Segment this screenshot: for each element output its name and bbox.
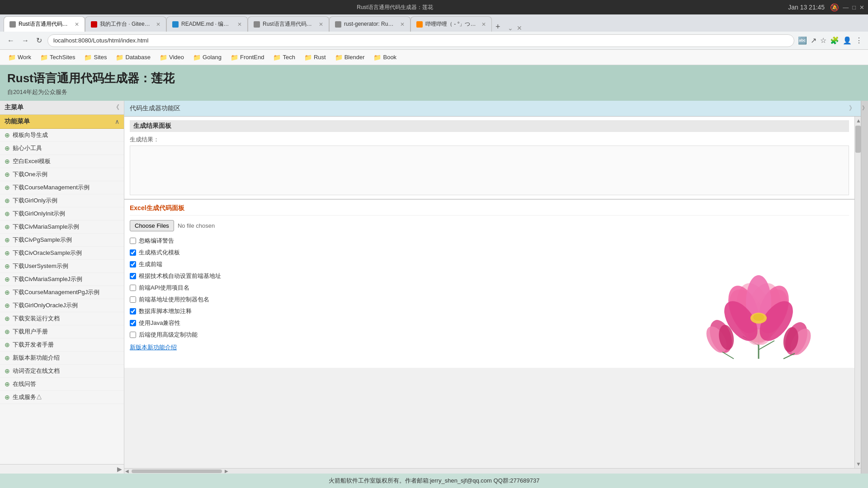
tab-close-4[interactable]: ✕ [319,21,323,28]
url-bar[interactable] [47,34,794,47]
notification-icon[interactable]: 🔕 [830,3,839,12]
function-menu-collapse-btn[interactable]: ∧ [115,118,119,125]
plus-icon-8: ⊕ [5,223,10,230]
bookmark-database[interactable]: 📁 Database [112,52,154,63]
minimize-btn[interactable]: — [843,4,849,11]
sidebar-item-user-manual[interactable]: ⊕ 下载用户手册 [0,325,124,338]
content-collapse-btn[interactable]: 》 [849,104,855,113]
scroll-right-btn[interactable]: ▶ [224,469,229,474]
checkbox-ignore-warn[interactable] [130,238,136,244]
tab-rust-gen[interactable]: rust-generator: Rust语... ✕ [329,16,410,32]
scroll-down-btn[interactable]: ▼ [855,460,861,468]
sidebar-item-civ-maria-j[interactable]: ⊕ 下载CivMariaSampleJ示例 [0,273,124,286]
sidebar-collapse-btn[interactable]: 《 [113,103,119,112]
share-icon[interactable]: ↗ [811,36,816,45]
bookmark-golang[interactable]: 📁 Golang [189,52,225,63]
tab-readme[interactable]: README.md · 编辑文件 ✕ [166,16,248,32]
tab-bilibili[interactable]: 哔哩哔哩（ - °」つ口 -... ✕ [410,16,492,32]
sidebar-item-girl-only-init[interactable]: ⊕ 下载GirlOnlyInit示例 [0,207,124,221]
tab-bar: Rust语言通用代码生成器：莲花 ✕ 我的工作台 · Gitee.com ✕ R… [0,14,868,32]
sidebar-item-girl-oracle-j[interactable]: ⊕ 下载GirlOnlyOracleJ示例 [0,299,124,312]
maximize-btn[interactable]: □ [852,4,856,11]
forward-btn[interactable]: → [20,36,31,46]
bookmark-star-icon[interactable]: ☆ [820,36,826,45]
close-window-btn[interactable]: ✕ [517,24,522,32]
close-btn[interactable]: ✕ [859,4,864,11]
sidebar-item-one[interactable]: ⊕ 下载One示例 [0,168,124,181]
translate-icon[interactable]: 🔤 [798,36,807,45]
sidebar-item-course-pg-j[interactable]: ⊕ 下载CourseManagementPgJ示例 [0,286,124,299]
sidebar-item-template-wizard[interactable]: ⊕ 模板向导生成 [0,129,124,142]
bookmark-frontend[interactable]: 📁 FrontEnd [227,52,268,63]
checkbox-java-compat[interactable] [130,320,136,326]
sidebar-item-dev-manual[interactable]: ⊕ 下载开发者手册 [0,338,124,352]
tab-close-6[interactable]: ✕ [481,21,486,28]
sidebar-item-tool[interactable]: ⊕ 贴心小工具 [0,142,124,155]
plus-icon-10: ⊕ [5,249,10,257]
checkbox-advanced-custom[interactable] [130,332,136,338]
new-tab-btn[interactable]: + [492,22,504,32]
back-btn[interactable]: ← [5,36,16,46]
sidebar-item-civ-pg[interactable]: ⊕ 下载CivPgSample示例 [0,234,124,247]
horizontal-scrollbar[interactable]: ◀ ▶ [124,468,861,474]
tab-favicon-5 [335,21,341,28]
h-scroll-thumb[interactable] [132,469,222,473]
tab-close-2[interactable]: ✕ [156,21,160,28]
sidebar-item-course-mgmt[interactable]: ⊕ 下载CourseManagement示例 [0,181,124,194]
bookmark-video[interactable]: 📁 Video [156,52,188,63]
sidebar-item-girl-only[interactable]: ⊕ 下载GirlOnly示例 [0,194,124,207]
sidebar-item-label-9: 下载CivPgSample示例 [13,236,72,244]
sidebar-item-install-doc[interactable]: ⊕ 下载安装运行文档 [0,312,124,325]
sidebar-item-label-12: 下载CivMariaSampleJ示例 [13,275,82,283]
sidebar-item-gen-service[interactable]: ⊕ 生成服务△ [0,391,124,404]
profile-icon[interactable]: 👤 [843,36,852,45]
reload-btn[interactable]: ↻ [34,35,44,46]
checkbox-gen-frontend[interactable] [130,261,136,267]
folder-icon: 📁 [335,54,343,61]
tab-rust2[interactable]: Rust语言通用代码生成器：莲花... ✕ [248,16,329,32]
checkbox-auto-base-url[interactable] [130,273,136,279]
sidebar-item-civ-oracle[interactable]: ⊕ 下载CivOracleSample示例 [0,247,124,260]
scroll-up-btn[interactable]: ▲ [855,117,861,125]
extension-icon[interactable]: 🧩 [830,36,839,45]
scroll-left-btn[interactable]: ◀ [124,469,130,474]
choose-files-button[interactable]: Choose Files [130,220,174,231]
tab-close-3[interactable]: ✕ [237,21,242,28]
result-content-area [130,145,849,195]
bookmark-label-video: Video [169,54,184,61]
footer-text: 火箭船软件工作室版权所有。作者邮箱:jerry_shen_sjf@qq.com … [329,477,540,485]
tab-gitee[interactable]: 我的工作台 · Gitee.com ✕ [85,16,166,32]
sidebar-scroll-right-btn[interactable]: ▶ [117,465,122,473]
page-subtitle: 自2014年起为公众服务 [7,88,861,96]
bookmark-sites[interactable]: 📁 Sites [80,52,110,63]
sidebar-item-verb-neg[interactable]: ⊕ 动词否定在线文档 [0,365,124,378]
checkbox-controller-pkg[interactable] [130,296,136,303]
bookmark-work[interactable]: 📁 Work [5,52,35,63]
content-area: 代码生成器功能区 》 生成结果面板 生成结果： Excel生成代码面板 [124,101,861,474]
sidebar-item-excel-template[interactable]: ⊕ 空白Excel模板 [0,155,124,168]
tab-close-5[interactable]: ✕ [400,21,405,28]
plus-icon-12: ⊕ [5,276,10,283]
bookmark-rust[interactable]: 📁 Rust [301,52,330,63]
bookmark-blender[interactable]: 📁 Blender [331,52,368,63]
sidebar-item-label-4: 下载One示例 [13,170,47,178]
right-panel-toggle[interactable]: 》 [861,101,868,474]
menu-icon[interactable]: ⋮ [855,36,863,45]
tab-rust1[interactable]: Rust语言通用代码生成器：莲花 ✕ [4,16,85,32]
sidebar-item-civ-maria[interactable]: ⊕ 下载CivMariaSample示例 [0,221,124,234]
sidebar-item-qa[interactable]: ⊕ 在线问答 [0,378,124,391]
bookmark-tech[interactable]: 📁 Tech [269,52,298,63]
tab-close-1[interactable]: ✕ [75,21,79,28]
checkbox-format-template[interactable] [130,249,136,256]
checkbox-db-comment[interactable] [130,308,136,314]
checkbox-api-proj-name[interactable] [130,285,136,291]
scroll-thumb[interactable] [855,126,861,153]
sidebar-item-user-system[interactable]: ⊕ 下载UserSystem示例 [0,260,124,273]
vertical-scrollbar[interactable]: ▲ ▼ [854,117,861,468]
sidebar-item-new-features[interactable]: ⊕ 新版本新功能介绍 [0,352,124,365]
bookmark-techsites[interactable]: 📁 TechSites [37,52,79,63]
bookmark-book[interactable]: 📁 Book [370,52,400,63]
tab-overflow-btn[interactable]: ⌄ [508,24,513,32]
sidebar-item-label-5: 下载CourseManagement示例 [13,183,90,192]
new-features-link[interactable]: 新版本新功能介绍 [130,344,177,351]
